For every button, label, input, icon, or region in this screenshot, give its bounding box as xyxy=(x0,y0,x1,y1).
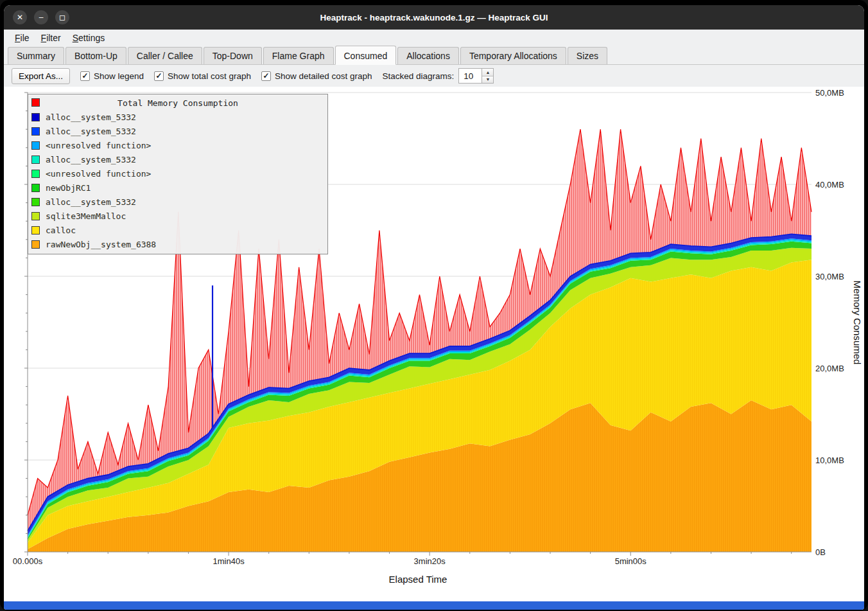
memory-consumption-chart[interactable]: Total Memory Consumption alloc__system_5… xyxy=(4,87,864,601)
legend-item: alloc__system_5332 xyxy=(28,110,327,124)
legend-item: rawNewObj__system_6388 xyxy=(28,237,327,251)
maximize-button[interactable]: ◻ xyxy=(55,10,69,24)
minimize-button[interactable]: – xyxy=(34,10,48,24)
legend-swatch xyxy=(31,113,40,121)
maximize-icon: ◻ xyxy=(59,13,65,21)
tab-bottom-up[interactable]: Bottom-Up xyxy=(65,47,126,64)
export-as-button[interactable]: Export As... xyxy=(12,68,70,84)
checkbox-label: Show legend xyxy=(94,71,144,81)
tab-sizes[interactable]: Sizes xyxy=(568,47,607,64)
legend-item: alloc__system_5332 xyxy=(28,152,327,166)
legend-swatch xyxy=(31,240,40,249)
window-title: Heaptrack - heaptrack.wakunode.1.gz — He… xyxy=(320,13,548,22)
legend-swatch xyxy=(31,155,40,164)
legend-label: sqlite3MemMalloc xyxy=(46,211,126,221)
checkbox-show-detailed-cost-graph[interactable]: ✓Show detailed cost graph xyxy=(261,71,372,81)
legend-item: <unresolved function> xyxy=(28,138,327,152)
bottom-accent-bar xyxy=(4,601,864,610)
tab-allocations[interactable]: Allocations xyxy=(397,47,459,64)
tab-temporary-allocations[interactable]: Temporary Allocations xyxy=(460,47,566,64)
toolbar: Export As... ✓Show legend✓Show total cos… xyxy=(4,65,864,87)
y-tick-label: 20,0MB xyxy=(815,364,844,373)
legend-swatch xyxy=(31,212,40,220)
menu-file[interactable]: File xyxy=(9,31,35,45)
titlebar[interactable]: ✕ – ◻ Heaptrack - heaptrack.wakunode.1.g… xyxy=(4,5,864,30)
legend-item: newObjRC1 xyxy=(28,181,327,195)
tab-consumed[interactable]: Consumed xyxy=(335,46,397,65)
x-tick-label: 5min00s xyxy=(615,556,647,566)
legend-label: newObjRC1 xyxy=(46,183,91,193)
legend-item: <unresolved function> xyxy=(28,166,327,181)
x-tick-label: 1min40s xyxy=(213,556,244,566)
menu-filter[interactable]: Filter xyxy=(35,31,67,45)
spinner-arrows: ▲ ▼ xyxy=(482,68,494,84)
y-tick-label: 30,0MB xyxy=(815,272,844,281)
checkbox-group: ✓Show legend✓Show total cost graph✓Show … xyxy=(80,71,372,81)
chart-legend: Total Memory Consumption alloc__system_5… xyxy=(28,94,328,254)
legend-label: alloc__system_5332 xyxy=(46,197,136,207)
checkbox-check-icon: ✓ xyxy=(154,71,164,81)
legend-item: alloc__system_5332 xyxy=(28,195,327,209)
x-axis-title: Elapsed Time xyxy=(389,574,447,585)
y-tick-label: 0B xyxy=(815,547,826,557)
legend-label: <unresolved function> xyxy=(46,141,151,150)
tab-flame-graph[interactable]: Flame Graph xyxy=(263,47,334,64)
close-icon: ✕ xyxy=(17,13,23,21)
legend-rows: alloc__system_5332alloc__system_5332<unr… xyxy=(28,110,327,251)
close-button[interactable]: ✕ xyxy=(13,10,27,24)
checkbox-label: Show detailed cost graph xyxy=(275,71,372,81)
stacked-diagrams-label: Stacked diagrams: xyxy=(383,71,455,81)
checkbox-show-legend[interactable]: ✓Show legend xyxy=(80,71,144,81)
menu-settings[interactable]: Settings xyxy=(67,31,111,45)
legend-label: alloc__system_5332 xyxy=(46,127,136,136)
legend-label: alloc__system_5332 xyxy=(46,155,136,164)
legend-swatch xyxy=(31,170,40,178)
checkbox-show-total-cost-graph[interactable]: ✓Show total cost graph xyxy=(154,71,251,81)
legend-label: calloc xyxy=(46,226,76,235)
checkbox-label: Show total cost graph xyxy=(168,71,251,81)
tab-summary[interactable]: Summary xyxy=(8,47,64,64)
x-tick-label: 3min20s xyxy=(414,556,446,566)
checkbox-check-icon: ✓ xyxy=(80,71,90,81)
x-tick-label: 00.000s xyxy=(13,556,42,566)
stacked-diagrams-spinner[interactable]: 10 ▲ ▼ xyxy=(458,68,494,84)
legend-item: alloc__system_5332 xyxy=(28,124,327,138)
spinner-up-icon[interactable]: ▲ xyxy=(482,69,493,76)
legend-title: Total Memory Consumption xyxy=(28,98,327,108)
legend-swatch xyxy=(31,127,40,136)
legend-swatch xyxy=(31,198,40,206)
legend-swatch xyxy=(31,141,40,150)
y-tick-label: 50,0MB xyxy=(815,88,844,98)
tab-top-down[interactable]: Top-Down xyxy=(204,47,262,64)
spinner-down-icon[interactable]: ▼ xyxy=(482,76,493,84)
legend-label: alloc__system_5332 xyxy=(46,112,136,122)
legend-label: <unresolved function> xyxy=(46,169,151,179)
checkbox-check-icon: ✓ xyxy=(261,71,271,81)
heaptrack-window: ✕ – ◻ Heaptrack - heaptrack.wakunode.1.g… xyxy=(4,5,864,610)
y-tick-label: 10,0MB xyxy=(815,456,844,465)
y-axis-title: Memory Consumed xyxy=(852,280,863,364)
legend-label: rawNewObj__system_6388 xyxy=(46,240,156,249)
legend-title-row: Total Memory Consumption xyxy=(28,96,327,110)
screen-frame: ✕ – ◻ Heaptrack - heaptrack.wakunode.1.g… xyxy=(0,0,868,611)
minimize-icon: – xyxy=(39,13,44,21)
legend-item: calloc xyxy=(28,223,327,237)
legend-swatch xyxy=(31,184,40,192)
window-controls: ✕ – ◻ xyxy=(13,10,69,24)
tabbar: SummaryBottom-UpCaller / CalleeTop-DownF… xyxy=(4,46,864,65)
total-consumption-swatch xyxy=(31,98,40,107)
y-tick-label: 40,0MB xyxy=(815,180,844,190)
tab-caller-callee[interactable]: Caller / Callee xyxy=(128,47,202,64)
stacked-diagrams-group: Stacked diagrams: 10 ▲ ▼ xyxy=(383,68,494,84)
legend-item: sqlite3MemMalloc xyxy=(28,209,327,223)
stacked-diagrams-value[interactable]: 10 xyxy=(458,68,482,84)
menubar: File Filter Settings xyxy=(4,30,864,46)
legend-swatch xyxy=(31,226,40,235)
